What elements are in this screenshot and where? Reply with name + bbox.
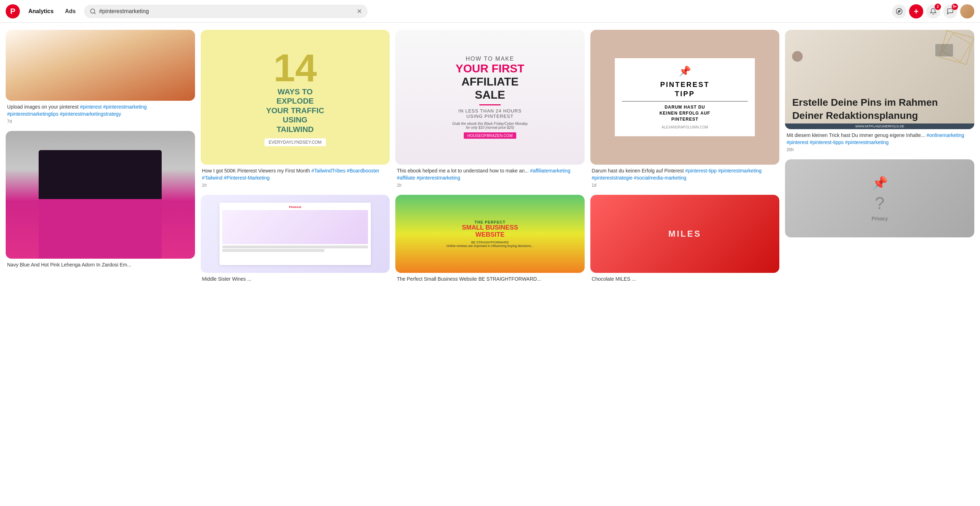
plus-icon xyxy=(913,8,920,15)
pin-card[interactable]: Pinterest Middle Sister Wines ... xyxy=(201,195,390,284)
privacy-label: Privacy xyxy=(872,216,888,222)
nav-ads[interactable]: Ads xyxy=(62,7,78,16)
card-text-overlay: Erstelle Deine Pins im Rahmen Deiner Red… xyxy=(785,96,974,122)
pin-description: This ebook helped me a lot to understand… xyxy=(397,168,583,181)
pin-card[interactable]: Navy Blue And Hot Pink Lehenga Adorn In … xyxy=(6,131,195,270)
pin-info: Mit diesem kleinen Trick hast Du immer g… xyxy=(785,129,974,154)
card-footer-url: HOUSEOFBRAZEN.COM xyxy=(464,132,516,139)
pin-description: Darum hast du keinen Erfolg auf Pinteres… xyxy=(592,168,778,181)
pin-description: Mit diesem kleinen Trick hast Du immer g… xyxy=(786,132,973,146)
messages-button[interactable]: 9+ xyxy=(943,4,957,18)
card-title: PINTERESTTIPP xyxy=(660,80,710,98)
card-inner: 📌 PINTERESTTIPP DARUM HAST DUKEINEN ERFO… xyxy=(615,58,755,136)
card-divider xyxy=(479,104,501,105)
pin-image: Pinterest xyxy=(201,195,390,273)
pin-info: Upload images on your pinterest #pintere… xyxy=(6,101,195,125)
pin-time: 20h xyxy=(786,147,973,152)
pin-card[interactable]: HOW TO MAKE YOUR FIRST AFFILIATE SALE IN… xyxy=(395,30,585,189)
card-subtitle: HOW TO MAKE xyxy=(466,56,514,62)
add-button[interactable] xyxy=(909,4,923,18)
card-divider xyxy=(622,101,748,102)
pin-image xyxy=(6,131,195,259)
pin-description: Upload images on your pinterest #pintere… xyxy=(7,104,194,117)
card-footer-url: WWW.MITPLANZUMERFOLG.DE xyxy=(785,123,974,129)
card-title-2: AFFILIATE xyxy=(461,75,519,88)
main-content: Upload images on your pinterest #pintere… xyxy=(0,23,980,291)
pin-description: The Perfect Small Business Website BE ST… xyxy=(397,276,583,283)
card-url: ALEXANDRAPOLUNIN.COM xyxy=(662,125,708,129)
card-title-1: YOUR FIRST xyxy=(456,62,524,75)
card-text: WAYS TOEXPLODEYOUR TRAFFICUSINGTAILWIND xyxy=(266,87,325,134)
explore-button[interactable] xyxy=(892,4,906,18)
pin-description: Navy Blue And Hot Pink Lehenga Adorn In … xyxy=(7,262,194,269)
question-mark: ? xyxy=(875,193,885,213)
avatar-image xyxy=(960,4,974,18)
pin-card[interactable]: 📌 PINTERESTTIPP DARUM HAST DUKEINEN ERFO… xyxy=(590,30,780,189)
pin-image: 📌 PINTERESTTIPP DARUM HAST DUKEINEN ERFO… xyxy=(590,30,780,164)
search-icon xyxy=(90,8,96,14)
notification-badge: 2 xyxy=(935,3,941,10)
pin-time: 1d xyxy=(592,183,778,188)
pin-card[interactable]: MILES Chocolate MILES ... xyxy=(590,195,780,284)
pin-image: 14 WAYS TOEXPLODEYOUR TRAFFICUSINGTAILWI… xyxy=(201,30,390,164)
card-url: EVERYDAYLYNDSEY.COM xyxy=(264,138,326,146)
header: P Analytics Ads ✕ 2 xyxy=(0,0,980,23)
pin-time: 7d xyxy=(7,119,194,124)
card-title-3: SALE xyxy=(475,88,505,102)
avatar[interactable] xyxy=(960,4,974,18)
pin-grid: Upload images on your pinterest #pintere… xyxy=(6,30,974,284)
header-actions: 2 9+ xyxy=(892,4,974,18)
pin-info: The Perfect Small Business Website BE ST… xyxy=(395,273,585,284)
pin-info: Darum hast du keinen Erfolg auf Pinteres… xyxy=(590,164,780,189)
pin-info: Navy Blue And Hot Pink Lehenga Adorn In … xyxy=(6,259,195,270)
pin-image xyxy=(6,30,195,101)
pin-image: Erstelle Deine Pins im Rahmen Deiner Red… xyxy=(785,30,974,129)
pin-time: 1h xyxy=(202,183,388,188)
pin-image: HOW TO MAKE YOUR FIRST AFFILIATE SALE IN… xyxy=(395,30,585,164)
nav-analytics[interactable]: Analytics xyxy=(25,7,56,16)
pin-icon: 📌 xyxy=(679,65,691,77)
svg-marker-3 xyxy=(898,10,900,13)
pin-card[interactable]: Upload images on your pinterest #pintere… xyxy=(6,30,195,125)
card-big-text: Erstelle Deine Pins im Rahmen Deiner Red… xyxy=(792,96,967,122)
pin-image: MILES xyxy=(590,195,780,273)
pin-info: This ebook helped me a lot to understand… xyxy=(395,164,585,189)
pin-info: Chocolate MILES ... xyxy=(590,273,780,284)
pin-description: Chocolate MILES ... xyxy=(592,276,778,283)
card-sub2: IN LESS THAN 24 HOURSUSING PINTEREST xyxy=(458,108,522,119)
pin-info: Middle Sister Wines ... xyxy=(201,273,390,284)
pinterest-tack-icon: 📌 xyxy=(872,176,888,190)
pin-time: 1h xyxy=(397,183,583,188)
notifications-button[interactable]: 2 xyxy=(926,4,940,18)
pinterest-logo[interactable]: P xyxy=(6,4,20,18)
pin-description: How I got 500K Pinterest Viewers my Firs… xyxy=(202,168,388,181)
pin-image: THE PERFECT SMALL BUSINESSWEBSITE BE STR… xyxy=(395,195,585,273)
pin-card[interactable]: 📌 ? Privacy xyxy=(785,159,974,237)
pin-card[interactable]: THE PERFECT SMALL BUSINESSWEBSITE BE STR… xyxy=(395,195,585,284)
search-input[interactable] xyxy=(99,8,354,14)
card-subtitle: DARUM HAST DUKEINEN ERFOLG AUFPINTEREST xyxy=(659,104,710,122)
svg-line-1 xyxy=(94,13,95,13)
pin-info: How I got 500K Pinterest Viewers my Firs… xyxy=(201,164,390,189)
card-big-number: 14 xyxy=(274,48,317,87)
message-badge: 9+ xyxy=(951,3,958,10)
pin-card[interactable]: Erstelle Deine Pins im Rahmen Deiner Red… xyxy=(785,30,974,154)
search-bar: ✕ xyxy=(84,5,368,18)
pin-card[interactable]: 14 WAYS TOEXPLODEYOUR TRAFFICUSINGTAILWI… xyxy=(201,30,390,189)
pin-image: 📌 ? Privacy xyxy=(785,159,974,237)
clear-search-icon[interactable]: ✕ xyxy=(357,8,362,15)
compass-icon xyxy=(896,8,903,15)
pin-description: Middle Sister Wines ... xyxy=(202,276,388,283)
